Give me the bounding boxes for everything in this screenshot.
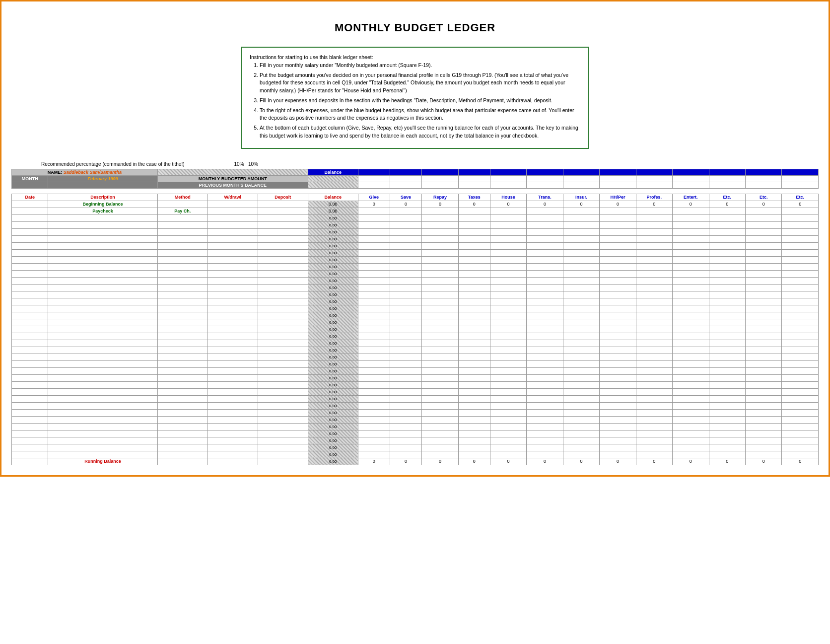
table-row: 0.00 (12, 326, 819, 333)
instructions-box: Instructions for starting to use this bl… (241, 47, 589, 149)
paycheck-label: Paycheck (48, 208, 157, 215)
wdrawl-col-header: W/drawl (208, 194, 258, 201)
house-header: House (490, 169, 526, 175)
etc3-col-header: Etc. (782, 194, 819, 201)
give-col-header: Give (358, 194, 390, 201)
profes-col-header: Profes. (636, 194, 672, 201)
header-table: NAME: Saddleback Sam/Samantha Balance Gi… (11, 169, 819, 189)
name-row: NAME: Saddleback Sam/Samantha Balance Gi… (12, 169, 819, 175)
paycheck-row: Paycheck Pay Ch. 0.00 (12, 208, 819, 215)
table-row: 0.00 (12, 221, 819, 228)
table-row: 0.00 (12, 430, 819, 437)
hatch-name (157, 169, 308, 175)
table-row: 0.00 (12, 367, 819, 374)
table-row: 0.00 (12, 277, 819, 284)
table-row: 0.00 (12, 291, 819, 298)
table-row: 0.00 (12, 409, 819, 416)
paycheck-balance: 0.00 (308, 208, 358, 215)
deposit-col-header: Deposit (258, 194, 308, 201)
entert-col-header: Entert. (673, 194, 709, 201)
table-row: 0.00 (12, 388, 819, 395)
table-row: 0.00 (12, 305, 819, 312)
taxes-header: Taxes (458, 169, 490, 175)
month-label: MONTH (12, 175, 48, 182)
etc2-header: Etc. (745, 169, 781, 175)
date-col-header: Date (12, 194, 48, 201)
table-row: 0.00 (12, 444, 819, 451)
repay-header: Repay (422, 169, 458, 175)
etc2-col-header: Etc. (745, 194, 781, 201)
table-row: 0.00 (12, 416, 819, 423)
ledger-header-row: Date Description Method W/drawl Deposit … (12, 194, 819, 201)
give-header: Give (358, 169, 390, 175)
table-row: 0.00 (12, 354, 819, 360)
table-row: 0.00 (12, 270, 819, 277)
running-balance-row: Running Balance 0.00 0 0 0 0 0 0 0 0 0 0… (12, 458, 819, 465)
table-row: 0.00 (12, 215, 819, 221)
trans-header: Trans. (527, 169, 563, 175)
running-balance-label: Running Balance (48, 458, 157, 465)
table-row: 0.00 (12, 340, 819, 347)
table-row: 0.00 (12, 263, 819, 270)
instruction-3: Fill in your expenses and deposits in th… (260, 97, 580, 105)
table-row: 0.00 (12, 360, 819, 367)
prev-balance-row: PREVIOUS MONTH'S BALANCE (12, 182, 819, 188)
etc1-header: Etc. (709, 169, 745, 175)
month-row: MONTH February 1999 MONTHLY BUDGETED AMO… (12, 175, 819, 182)
taxes-col-header: Taxes (458, 194, 490, 201)
trans-col-header: Trans. (527, 194, 563, 201)
month-value: February 1999 (48, 175, 157, 182)
table-row: 0.00 (12, 347, 819, 354)
table-row: 0.00 (12, 319, 819, 326)
profes-header: Profes. (636, 169, 672, 175)
beginning-balance-val: 0.00 (308, 201, 358, 208)
table-row: 0.00 (12, 242, 819, 249)
prev-balance-label: PREVIOUS MONTH'S BALANCE (157, 182, 308, 188)
table-row: 0.00 (12, 402, 819, 409)
beginning-balance-label: Beginning Balance (48, 201, 157, 208)
table-row: 0.00 (12, 256, 819, 263)
method-col-header: Method (157, 194, 208, 201)
table-row: 0.00 (12, 374, 819, 381)
save-col-header: Save (390, 194, 421, 201)
page-title: MONTHLY BUDGET LEDGER (11, 21, 819, 34)
table-row: 0.00 (12, 381, 819, 388)
table-row: 0.00 (12, 228, 819, 235)
entert-header: Entert. (673, 169, 709, 175)
instruction-4: To the right of each expenses, under the… (260, 107, 580, 123)
save-header: Save (390, 169, 421, 175)
repay-col-header: Repay (422, 194, 458, 201)
beginning-balance-row: Beginning Balance 0.00 0 0 0 0 0 0 0 0 0… (12, 201, 819, 208)
monthly-budgeted-label: MONTHLY BUDGETED AMOUNT (157, 175, 308, 182)
house-col-header: House (490, 194, 526, 201)
table-row: 0.00 (12, 284, 819, 291)
table-row: 0.00 (12, 451, 819, 458)
recommended-pct: Recommended percentage (commanded in the… (41, 161, 819, 167)
table-row: 0.00 (12, 395, 819, 402)
balance-col-header: Balance (308, 194, 358, 201)
table-row: 0.00 (12, 312, 819, 319)
table-row: 0.00 (12, 235, 819, 242)
etc3-header: Etc. (782, 169, 819, 175)
balance-header: Balance (308, 169, 358, 175)
table-row: 0.00 (12, 333, 819, 340)
instruction-1: Fill in your monthly salary under "Month… (260, 62, 580, 70)
hhper-header: HH/Per (600, 169, 636, 175)
insur-header: Insur. (563, 169, 599, 175)
name-label: NAME: Saddleback Sam/Samantha (12, 169, 158, 175)
instruction-2: Put the budget amounts you've decided on… (260, 72, 580, 95)
insur-col-header: Insur. (563, 194, 599, 201)
instructions-header: Instructions for starting to use this bl… (250, 54, 580, 62)
table-row: 0.00 (12, 437, 819, 444)
table-row: 0.00 (12, 249, 819, 256)
instruction-5: At the bottom of each budget column (Giv… (260, 124, 580, 140)
ledger-table: Date Description Method W/drawl Deposit … (11, 194, 819, 465)
etc1-col-header: Etc. (709, 194, 745, 201)
desc-col-header: Description (48, 194, 157, 201)
hhper-col-header: HH/Per (600, 194, 636, 201)
table-row: 0.00 (12, 423, 819, 430)
paycheck-method: Pay Ch. (157, 208, 208, 215)
table-row: 0.00 (12, 298, 819, 305)
